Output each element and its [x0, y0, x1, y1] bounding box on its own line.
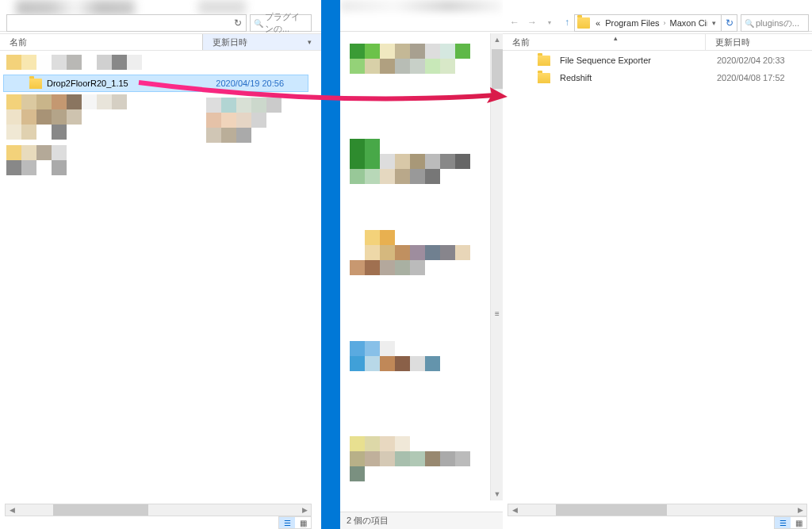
left-horizontal-scrollbar[interactable]: ◀ ▶: [5, 504, 312, 516]
blur-decor: [198, 0, 246, 14]
scroll-left-icon[interactable]: ◀: [6, 504, 18, 516]
file-date-cell: 2020/04/08 17:52: [717, 73, 812, 82]
left-view-mode-icons: ☰ ▦: [278, 516, 312, 529]
mid-explorer-window: ▲ ≡ ▼ 2 個の項目: [340, 0, 503, 529]
right-toolbar: ← → ▾ ↑ « Program Files › Maxon Cinema 4…: [503, 0, 812, 32]
right-search-input[interactable]: pluginsの...: [741, 14, 809, 32]
left-search-input[interactable]: プラグインの...: [250, 14, 312, 32]
right-column-header: ▴ 名前 更新日時: [503, 33, 812, 51]
chevron-right-icon[interactable]: ›: [662, 19, 668, 27]
blurred-content: [206, 113, 301, 128]
blur-decor: [16, 0, 135, 16]
details-view-icon[interactable]: ☰: [775, 517, 791, 528]
file-name-label: File Sequence Exporter: [560, 56, 651, 65]
refresh-icon[interactable]: ↻: [722, 14, 737, 32]
forward-button[interactable]: →: [525, 15, 539, 29]
left-address-bar[interactable]: [6, 14, 234, 32]
scroll-down-icon[interactable]: ▼: [492, 488, 503, 500]
blurred-thumbnail: [350, 44, 477, 74]
blurred-content: [6, 55, 197, 70]
column-name-header[interactable]: 名前: [503, 34, 705, 50]
selected-file-date: 2020/04/19 20:56: [216, 79, 284, 88]
column-date-label: 更新日時: [213, 36, 247, 48]
mid-toolbar: [340, 0, 503, 32]
file-date-cell: 2020/02/04 20:33: [717, 56, 812, 65]
folder-icon: [538, 56, 550, 66]
breadcrumb-seg[interactable]: Program Files: [603, 18, 661, 28]
left-explorer-window: ↻ プラグインの... 名前 更新日時 ▾ Drop2FloorR20_1.15…: [0, 0, 321, 529]
blurred-content: [6, 160, 102, 175]
folder-icon: [29, 79, 42, 89]
file-name-label: Redshift: [560, 73, 592, 82]
blurred-content: [206, 128, 301, 143]
scrollbar-thumb[interactable]: [556, 504, 667, 516]
blur-decor: [340, 0, 503, 12]
column-date-header[interactable]: 更新日時: [705, 34, 812, 50]
details-view-icon[interactable]: ☰: [279, 517, 295, 528]
mid-status-bar: 2 個の項目: [340, 512, 503, 529]
blurred-content: [6, 109, 165, 125]
breadcrumb-prefix: «: [593, 18, 603, 28]
thumbnails-view-icon[interactable]: ▦: [295, 517, 311, 528]
selected-file-name: Drop2FloorR20_1.15: [47, 79, 128, 88]
mid-vertical-scrollbar[interactable]: ▲ ≡ ▼: [490, 33, 503, 500]
right-explorer-window: ← → ▾ ↑ « Program Files › Maxon Cinema 4…: [503, 0, 812, 529]
right-horizontal-scrollbar[interactable]: ◀ ▶: [508, 504, 807, 516]
address-dropdown-icon[interactable]: ▾: [707, 14, 722, 32]
chevron-down-icon: ▾: [308, 38, 312, 46]
folder-icon: [577, 17, 590, 29]
right-address-bar[interactable]: « Program Files › Maxon Cinema 4D R21 › …: [574, 14, 726, 32]
file-name-cell: Redshift: [538, 73, 717, 83]
scroll-marker-icon: ≡: [492, 307, 503, 320]
scrollbar-thumb[interactable]: [53, 504, 148, 516]
left-column-header: 名前 更新日時 ▾: [0, 33, 321, 51]
right-view-mode-icons: ☰ ▦: [774, 516, 807, 529]
blurred-content: [6, 145, 102, 160]
scroll-up-icon[interactable]: ▲: [492, 33, 503, 46]
blurred-thumbnail: [350, 139, 477, 184]
blurred-content: [6, 94, 165, 109]
scroll-right-icon[interactable]: ▶: [298, 504, 311, 516]
column-name-header[interactable]: 名前: [0, 34, 202, 50]
scrollbar-thumb[interactable]: [492, 49, 503, 89]
folder-icon: [538, 73, 550, 83]
blurred-thumbnail: [350, 230, 477, 275]
left-toolbar: ↻ プラグインの...: [0, 0, 321, 32]
up-button[interactable]: ↑: [560, 15, 574, 29]
blurred-thumbnail: [350, 341, 477, 371]
column-date-header[interactable]: 更新日時 ▾: [202, 34, 321, 50]
scroll-left-icon[interactable]: ◀: [508, 504, 521, 516]
blurred-content: [206, 98, 301, 113]
right-file-area[interactable]: File Sequence Exporter 2020/02/04 20:33 …: [503, 52, 812, 497]
window-divider: [331, 0, 340, 529]
file-name-cell: File Sequence Exporter: [538, 56, 717, 66]
refresh-icon[interactable]: ↻: [229, 14, 247, 32]
file-row[interactable]: File Sequence Exporter 2020/02/04 20:33: [503, 52, 812, 69]
blurred-thumbnail: [350, 436, 477, 481]
file-row[interactable]: Redshift 2020/04/08 17:52: [503, 69, 812, 86]
selected-file-row[interactable]: Drop2FloorR20_1.15 2020/04/19 20:56: [3, 75, 308, 92]
history-dropdown-icon[interactable]: ▾: [542, 15, 557, 29]
nav-buttons: ← → ▾ ↑: [508, 15, 574, 29]
left-file-area[interactable]: Drop2FloorR20_1.15 2020/04/19 20:56: [0, 52, 312, 497]
back-button[interactable]: ←: [508, 15, 522, 29]
blurred-content: [6, 125, 165, 140]
scroll-right-icon[interactable]: ▶: [794, 504, 806, 516]
window-divider: [321, 0, 331, 529]
thumbnails-view-icon[interactable]: ▦: [791, 517, 806, 528]
sort-indicator-icon: ▴: [614, 34, 618, 42]
